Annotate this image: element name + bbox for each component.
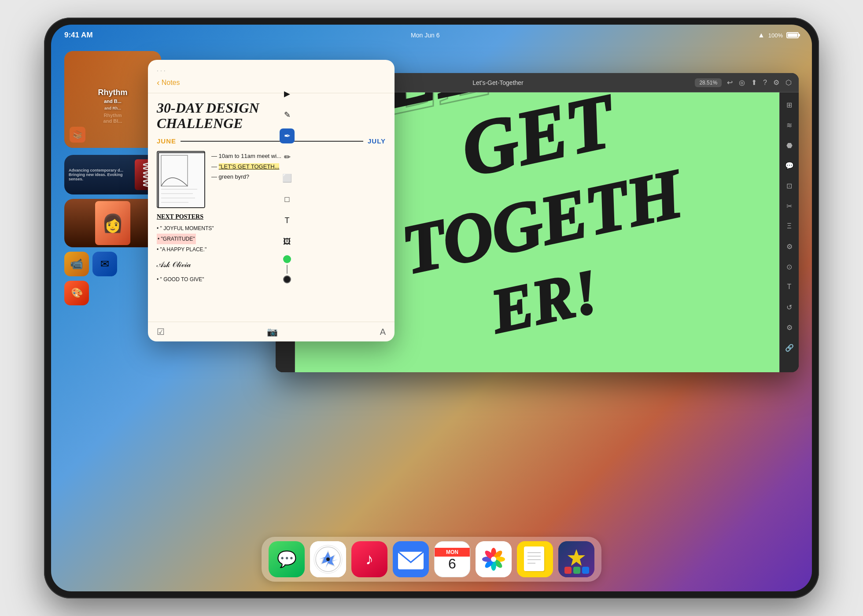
sidebar-bottom-icons: 🎨 [64,281,161,305]
sidebar-small-cards: Advancing contemporary d...Bringing new … [64,155,161,305]
tool-rect[interactable]: □ [280,192,295,207]
type-right-icon[interactable]: T [782,280,797,294]
calendar-day: 6 [448,557,456,571]
messages-icon: 💬 [277,550,297,568]
chevron-left-icon: ‹ [157,77,160,88]
timeline-june-label: JUNE [157,137,176,145]
dock-calendar[interactable]: MON 6 [434,541,470,577]
calendar-month: MON [435,548,470,557]
mini-icon-photos[interactable]: 🎨 [64,281,89,305]
affinity-zoom[interactable]: 28.51% [695,78,722,87]
svg-rect-39 [564,567,572,574]
share-icon[interactable]: ⬆ [751,78,757,87]
sidebar-app-photo[interactable]: 👩 [64,199,161,247]
tool-color-palette [283,255,291,283]
layers-icon[interactable]: ⊞ [782,98,797,112]
timeline-july-label: JULY [368,137,386,145]
ipad-frame: 9:41 AM Mon Jun 6 ▲ 100% Rhythmand Bl...… [44,18,819,598]
tool-text[interactable]: T [280,213,295,228]
poster-item-1: • " JOYFUL MOMENTS" [157,223,386,234]
notes-dots-label: ··· [157,67,167,74]
dock-arcade[interactable] [558,541,594,577]
status-bar: 9:41 AM Mon Jun 6 ▲ 100% [51,25,812,46]
mini-icon-mail[interactable]: ✉ [92,252,117,276]
notes-window: ··· ‹ Notes 30-DAY DESIGNCHALLENGE JUNE … [148,60,395,341]
poster-item-2: • "GRATITUDE" [157,234,196,244]
mini-icon-facetime[interactable]: 📹 [64,252,89,276]
status-time: 9:41 AM [64,31,93,40]
sidebar-app-reading[interactable]: Advancing contemporary d...Bringing new … [64,155,161,194]
note-item-2: — "LET'S GET TOGETH... [211,161,386,172]
status-right: ▲ 100% [758,31,799,39]
battery-fill [788,33,797,37]
settings-icon[interactable]: ⚙ [773,78,779,87]
wifi-icon: ▲ [758,31,765,39]
poster-item-4: • " GOOD TO GIVE" [157,274,386,285]
dock-safari[interactable] [310,541,346,577]
notes-title: 30-DAY DESIGNCHALLENGE [157,100,386,131]
next-posters-title: NEXT POSTERS [157,213,386,220]
dock-notes[interactable] [517,541,553,577]
notes-window-dots: ··· [157,67,386,74]
link-icon[interactable]: 🔗 [782,341,797,355]
affinity-toolbar-icons: ↩ ◎ ⬆ ? ⚙ ⬡ [727,78,792,87]
transform-icon[interactable]: ⊡ [782,179,797,193]
notes-vertical-toolbar: ▶ ✎ ✒ ✏ ⬜ □ T 🖼 [278,86,296,283]
dock-photos[interactable] [476,541,512,577]
notes-body: — 10am to 11am meet wi... — "LET'S GET T… [157,151,386,208]
dock-messages[interactable]: 💬 [269,541,305,577]
user-circle-icon[interactable]: ◎ [739,78,745,87]
persona-icon[interactable]: ⬡ [786,78,792,87]
sidebar-mini-icons: 📹 ✉ [64,252,161,276]
notes-back-label: Notes [162,79,180,87]
tool-eraser[interactable]: ⬜ [280,171,295,186]
note-item-1: — 10am to 11am meet wi... [211,151,386,161]
svg-rect-40 [573,567,580,574]
undo-icon[interactable]: ↩ [727,78,733,87]
fx-icon[interactable]: ⬣ [782,138,797,152]
notes-sketch [157,151,205,208]
notes-back-button[interactable]: ‹ Notes [157,77,386,88]
dock: 💬 ♪ [262,537,601,582]
tool-pen-active[interactable]: ✒ [280,128,295,143]
color-divider [287,265,288,274]
timeline-line [181,141,363,142]
notes-list: — 10am to 11am meet wi... — "LET'S GET T… [211,151,386,208]
svg-point-17 [326,557,330,561]
note-item-3: — green byrd? [211,172,386,182]
tool-pencil[interactable]: ✏ [280,150,295,165]
dock-music[interactable]: ♪ [351,541,387,577]
color-black[interactable] [283,275,291,283]
notes-next-posters: NEXT POSTERS • " JOYFUL MOMENTS" • "GRAT… [157,213,386,285]
notes-posters-list: • " JOYFUL MOMENTS" • "GRATITUDE" • "A H… [157,223,386,285]
notes-timeline: JUNE JULY [157,137,386,145]
checklist-icon[interactable]: ☑ [157,326,165,337]
battery-percent: 100% [768,32,783,39]
swatches-icon[interactable]: ⊙ [782,260,797,274]
tool-pencil-cursor[interactable]: ✎ [280,107,295,122]
sidebar-app-books[interactable]: Rhythmand Bl... 📚 Rhythm and B... and Rh… [64,51,161,148]
comments-icon[interactable]: 💬 [782,158,797,172]
text-format-icon[interactable]: A [380,327,386,337]
text-style-icon[interactable]: Ξ [782,219,797,233]
notes-footer: ☑ 📷 A [148,322,395,341]
color-green[interactable] [283,255,291,263]
battery-icon [786,32,799,38]
settings2-icon[interactable]: ⚙ [782,320,797,334]
tool-image[interactable]: 🖼 [280,234,295,249]
dock-mail[interactable] [393,541,429,577]
help-icon[interactable]: ? [763,79,767,87]
tool-arrow[interactable]: ▶ [280,86,295,101]
adjustments-icon[interactable]: ≋ [782,118,797,132]
gear-right-icon[interactable]: ⚙ [782,239,797,253]
poster-item-3: • "A HAPPY PLACE." [157,244,386,255]
svg-rect-41 [582,567,589,574]
svg-point-29 [491,557,496,562]
affinity-right-tools: ⊞ ≋ ⬣ 💬 ⊡ ✂ Ξ ⚙ ⊙ T ↺ ⚙ 🔗 [779,92,799,372]
left-sidebar: Rhythmand Bl... 📚 Rhythm and B... and Rh… [64,51,161,539]
camera-icon[interactable]: 📷 [267,326,278,337]
notes-content: 30-DAY DESIGNCHALLENGE JUNE JULY [148,93,395,322]
status-date: Mon Jun 6 [411,32,439,39]
align-icon[interactable]: ✂ [782,199,797,213]
curves-icon[interactable]: ↺ [782,300,797,314]
